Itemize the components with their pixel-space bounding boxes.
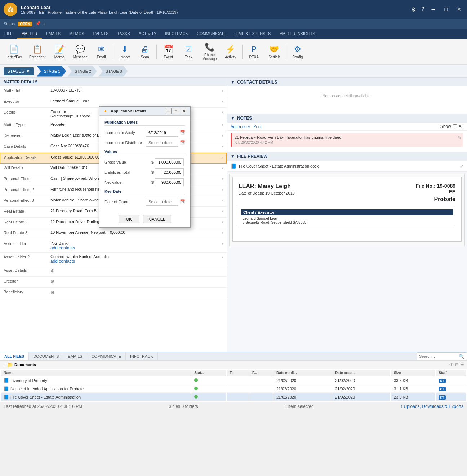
files-table: Name Stat... To F... Date modi... Date c…: [0, 369, 467, 402]
modal-maximize-button[interactable]: □: [173, 108, 179, 114]
pexa-button[interactable]: P PEXA: [245, 41, 263, 63]
stages-dropdown[interactable]: STAGES ▼: [4, 67, 34, 75]
intention-to-apply-input[interactable]: [146, 129, 178, 137]
eye-icon[interactable]: 👁: [449, 362, 454, 367]
email-button[interactable]: ✉ Email: [92, 41, 111, 63]
settle-it-button[interactable]: 🤝 SettleIt: [265, 41, 284, 63]
menu-item-matter[interactable]: MATTER: [17, 29, 41, 39]
modal-title-bar: 🔸 Application Details ─ □ ✕: [99, 107, 190, 116]
asset-holder-2-add-contacts[interactable]: add contacts: [50, 259, 75, 264]
tab-infotrack[interactable]: INFOTRACK: [126, 352, 158, 360]
message-button[interactable]: 💬 Message: [70, 41, 91, 63]
menu-item-activity[interactable]: ACTIVITY: [134, 29, 161, 39]
creditor-add-icon[interactable]: ⊕: [50, 279, 55, 284]
chevron-right-icon: ›: [222, 254, 223, 259]
key-date-section-title: Key Date: [104, 189, 185, 195]
asset-details-add-icon[interactable]: ⊕: [50, 268, 55, 273]
config-button[interactable]: ⚙ Config: [288, 41, 307, 63]
import-button[interactable]: ⬇ Import: [115, 41, 134, 63]
bottom-panel: ALL FILES DOCUMENTS EMAILS COMMUNICATE I…: [0, 352, 467, 402]
menu-item-events[interactable]: EVENTS: [89, 29, 113, 39]
activity-button[interactable]: ⚡ Activity: [221, 41, 240, 63]
table-row[interactable]: 📘Inventory of Property 21/02/2020 21/02/…: [1, 377, 466, 384]
menu-item-tasks[interactable]: TASKS: [113, 29, 134, 39]
intention-to-distribute-input[interactable]: [146, 139, 178, 147]
creditor-row[interactable]: Creditor ⊕: [0, 277, 227, 288]
precedent-button[interactable]: 📋 Precedent: [26, 41, 49, 63]
file-preview-document: LEAR: Maisy Leigh Date of Death: 19 Octo…: [232, 177, 462, 242]
tab-documents[interactable]: DOCUMENTS: [29, 352, 63, 360]
modal-close-button[interactable]: ✕: [181, 108, 187, 114]
print-notes-button[interactable]: Print: [253, 124, 262, 129]
calendar-icon[interactable]: 📅: [180, 130, 185, 135]
file-preview-header: ▼ FILE PREVIEW: [227, 152, 467, 161]
chevron-right-icon: ›: [222, 176, 223, 181]
calendar-icon-3[interactable]: 📅: [180, 199, 185, 204]
add-note-button[interactable]: Add a note: [231, 124, 250, 129]
tab-emails[interactable]: EMAILS: [63, 352, 87, 360]
date-of-grant-field: Date of Grant 📅: [104, 198, 185, 206]
chevron-right-icon: ›: [222, 209, 223, 213]
close-button[interactable]: ✕: [455, 6, 463, 13]
scan-button[interactable]: 🖨 Scan: [135, 41, 154, 63]
phone-message-button[interactable]: 📞 PhoneMessage: [199, 41, 220, 63]
letter-fax-button[interactable]: 📄 Letter/Fax: [3, 41, 25, 63]
menu-item-time-expenses[interactable]: TIME & EXPENSES: [231, 29, 275, 39]
date-of-grant-input[interactable]: [146, 198, 178, 206]
tab-communicate[interactable]: COMMUNICATE: [87, 352, 126, 360]
table-row[interactable]: 📘File Cover Sheet - Estate Administratio…: [1, 393, 466, 401]
calendar-icon-2[interactable]: 📅: [180, 140, 185, 145]
modal-minimize-button[interactable]: ─: [165, 108, 172, 114]
asset-details-row[interactable]: Asset Details ⊕: [0, 266, 227, 277]
table-row[interactable]: 📘Notice of Intended Application for Prob…: [1, 385, 466, 393]
minimize-button[interactable]: ─: [430, 6, 437, 13]
note-edit-icon[interactable]: ✎: [458, 135, 461, 140]
menu-item-file[interactable]: FILE: [0, 29, 17, 39]
liabilities-total-label: Liabilities Total: [104, 170, 151, 174]
col-status: Stat...: [191, 370, 226, 376]
list-icon[interactable]: ☰: [460, 362, 464, 367]
menu-item-emails[interactable]: EMAILS: [42, 29, 65, 39]
beneficiary-add-icon[interactable]: ⊕: [50, 289, 55, 295]
matter-info-row[interactable]: Matter Info 19-0089 - EE - KT ›: [0, 86, 227, 97]
real-estate-3-row[interactable]: Real Estate 3 10 November Avenue, Newpor…: [0, 228, 227, 239]
stage-2-tab[interactable]: STAGE 2: [67, 66, 97, 77]
files-search-input[interactable]: [419, 354, 459, 359]
liabilities-total-input[interactable]: [155, 168, 184, 176]
event-button[interactable]: 📅 Event: [159, 41, 178, 63]
asset-holder-2-row[interactable]: Asset Holder 2 Commonwealth Bank of Aust…: [0, 253, 227, 266]
pin-icon[interactable]: 📌: [35, 21, 41, 27]
expand-preview-button[interactable]: ⤢: [460, 164, 463, 169]
folder-icon-toolbar: 📁: [7, 362, 13, 368]
beneficiary-row[interactable]: Beneficiary ⊕: [0, 288, 227, 298]
ok-button[interactable]: OK: [119, 215, 139, 223]
task-icon: ☑: [185, 45, 192, 54]
uploads-link[interactable]: ↑ Uploads, Downloads & Exports: [400, 404, 463, 409]
up-arrow-icon[interactable]: ↑: [3, 362, 5, 368]
add-icon[interactable]: +: [43, 21, 46, 27]
cancel-button[interactable]: CANCEL: [143, 215, 172, 223]
help-icon[interactable]: ?: [421, 6, 424, 13]
publication-dates-section-title: Publication Dates: [104, 120, 185, 126]
gross-value-input[interactable]: [155, 158, 184, 166]
menu-item-communicate[interactable]: COMMUNICATE: [192, 29, 231, 39]
grid-icon[interactable]: ⊟: [455, 362, 459, 367]
asset-holder-add-contacts[interactable]: add contacts: [50, 245, 75, 250]
stage-1-tab[interactable]: STAGE 1: [37, 66, 66, 77]
settings-icon[interactable]: ⚙: [411, 6, 416, 13]
maximize-button[interactable]: □: [442, 6, 450, 13]
toolbar-separator-4: [286, 45, 286, 59]
notes-show-checkbox[interactable]: [453, 124, 457, 129]
tab-all-files[interactable]: ALL FILES: [0, 352, 29, 360]
memo-button[interactable]: 📝 Memo: [50, 41, 69, 63]
menu-item-memos[interactable]: MEMOS: [65, 29, 89, 39]
status-badge: OPEN: [18, 22, 32, 26]
task-button[interactable]: ☑ Task: [179, 41, 198, 63]
chevron-right-icon: ›: [222, 133, 223, 138]
asset-holder-row[interactable]: Asset Holder ING Bankadd contacts ›: [0, 239, 227, 253]
menu-item-infotrack[interactable]: INFOTRACK: [161, 29, 192, 39]
menu-bar: FILE MATTER EMAILS MEMOS EVENTS TASKS AC…: [0, 29, 467, 39]
stage-3-tab[interactable]: STAGE 3: [98, 66, 128, 77]
menu-item-matter-insights[interactable]: MATTER INSIGHTS: [275, 29, 319, 39]
net-value-input[interactable]: [155, 178, 184, 186]
